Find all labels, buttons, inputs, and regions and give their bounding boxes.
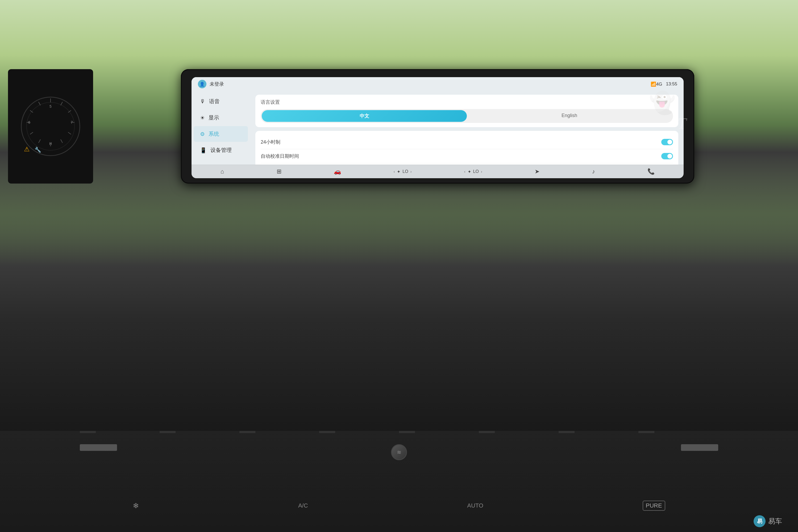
svg-text:7: 7 <box>71 120 73 125</box>
settings-panel: 👻 语言设置 中文 English 24小时制 自动校准日期时间 <box>250 91 684 165</box>
svg-line-9 <box>39 139 40 143</box>
fan-right-level: LO <box>473 169 479 174</box>
sidebar-item-display[interactable]: ☀ 显示 <box>194 110 248 126</box>
fan-left-arrow-right[interactable]: › <box>411 169 412 174</box>
car-icon: 🚗 <box>334 168 341 175</box>
nav-music[interactable]: ♪ <box>592 168 595 175</box>
gauge-cluster: 5 H 6 7 ⚠ 🔧 <box>8 69 93 184</box>
fan-left-icon: ✦ <box>397 169 400 174</box>
brand-label: 易车 <box>768 517 782 526</box>
toggle-autosync: 自动校准日期时间 <box>261 149 673 163</box>
nav-car[interactable]: 🚗 <box>334 168 341 175</box>
signal-icon: 📶4G <box>651 81 662 87</box>
language-section: 语言设置 中文 English <box>255 95 678 127</box>
main-content: 🎙 语音 ☀ 显示 ⚙ 系统 📱 设备管理 👻 语言设置 <box>191 91 684 165</box>
system-icon: ⚙ <box>200 131 205 137</box>
bottom-buttons: ❄ A/C AUTO PURE <box>0 500 798 511</box>
toggle-24h-label: 24小时制 <box>261 139 280 145</box>
sidebar-system-label: 系统 <box>209 130 219 137</box>
toggle-autosync-switch[interactable] <box>661 153 673 159</box>
toggles-section: 24小时制 自动校准日期时间 仪表油耗单位 <box>255 131 678 165</box>
language-section-title: 语言设置 <box>261 99 673 105</box>
sidebar-item-voice[interactable]: 🎙 语音 <box>194 94 248 109</box>
fan-right-icon: ✦ <box>468 169 471 174</box>
toggle-24h: 24小时制 <box>261 135 673 149</box>
sidebar-device-label: 设备管理 <box>210 147 232 154</box>
fan-right-control: ‹ ✦ LO › <box>464 169 482 174</box>
sidebar-item-system[interactable]: ⚙ 系统 <box>194 126 248 142</box>
sidebar-voice-label: 语音 <box>209 98 220 105</box>
music-icon: ♪ <box>592 168 595 175</box>
bottom-nav: ⌂ ⊞ 🚗 ‹ ✦ LO › ‹ ✦ LO › ➤ ♪ 📞 <box>191 165 684 178</box>
brand-icon: 易 <box>754 515 765 527</box>
defrost-btn[interactable]: ❄ <box>133 501 139 510</box>
svg-line-6 <box>68 132 71 134</box>
auto-btn[interactable]: AUTO <box>467 502 483 509</box>
language-toggle: 中文 English <box>261 109 673 123</box>
toggle-autosync-label: 自动校准日期时间 <box>261 153 299 159</box>
nav-grid[interactable]: ⊞ <box>277 168 281 175</box>
toggle-24h-switch[interactable] <box>661 139 673 145</box>
svg-line-10 <box>30 132 33 134</box>
warning-icon: ⚠ <box>24 146 30 153</box>
avatar-decoration: 👻 <box>649 91 681 122</box>
main-screen: 👤 未登录 📶4G 13:55 🎙 语音 ☀ 显示 ⚙ 系统 📱 <box>191 77 684 178</box>
brand-watermark: 易 易车 <box>754 515 782 527</box>
fan-left-control: ‹ ✦ LO › <box>394 169 412 174</box>
status-right: 📶4G 13:55 <box>651 81 677 87</box>
pure-btn[interactable]: PURE <box>643 500 665 511</box>
sidebar-item-device[interactable]: 📱 设备管理 <box>194 142 248 158</box>
sidebar-display-label: 显示 <box>209 114 219 121</box>
voice-icon: 🎙 <box>200 98 205 104</box>
engine-icon: 🔧 <box>35 147 41 153</box>
ac-btn[interactable]: A/C <box>298 502 308 509</box>
svg-line-7 <box>61 139 62 143</box>
fan-left-level: LO <box>402 169 408 174</box>
center-knob[interactable]: ≋ <box>391 444 407 460</box>
display-icon: ☀ <box>200 115 205 121</box>
fan-right-arrow-left[interactable]: ‹ <box>464 169 466 174</box>
user-avatar-icon: 👤 <box>198 80 206 88</box>
sidebar: 🎙 语音 ☀ 显示 ⚙ 系统 📱 设备管理 <box>191 91 250 165</box>
lang-chinese-btn[interactable]: 中文 <box>262 110 467 122</box>
home-icon: ⌂ <box>221 168 224 175</box>
nav-navigation[interactable]: ➤ <box>535 168 539 175</box>
clock: 13:55 <box>666 81 677 87</box>
right-vent-btn <box>681 444 718 451</box>
left-vent-btn <box>80 444 117 451</box>
svg-text:H: H <box>49 141 52 146</box>
navigation-icon: ➤ <box>535 168 539 175</box>
status-left: 👤 未登录 <box>198 80 224 88</box>
nav-phone[interactable]: 📞 <box>647 168 654 175</box>
fan-right-arrow-right[interactable]: › <box>481 169 482 174</box>
bottom-controls: ≋ ❄ A/C AUTO PURE <box>0 431 798 532</box>
phone-icon: 📞 <box>647 168 654 175</box>
toggle-fuel: 仪表油耗单位 <box>261 163 673 165</box>
svg-text:6: 6 <box>28 120 30 125</box>
vent-pattern <box>0 431 798 433</box>
t-logo: T <box>678 114 686 133</box>
grid-icon: ⊞ <box>277 168 281 175</box>
svg-text:5: 5 <box>50 104 52 109</box>
device-icon: 📱 <box>200 147 207 153</box>
status-bar: 👤 未登录 📶4G 13:55 <box>191 77 684 91</box>
nav-home[interactable]: ⌂ <box>221 168 224 175</box>
lang-english-btn[interactable]: English <box>467 110 672 122</box>
center-knob-area: ≋ <box>388 441 410 463</box>
user-label: 未登录 <box>210 81 224 87</box>
fan-left-arrow-left[interactable]: ‹ <box>394 169 395 174</box>
